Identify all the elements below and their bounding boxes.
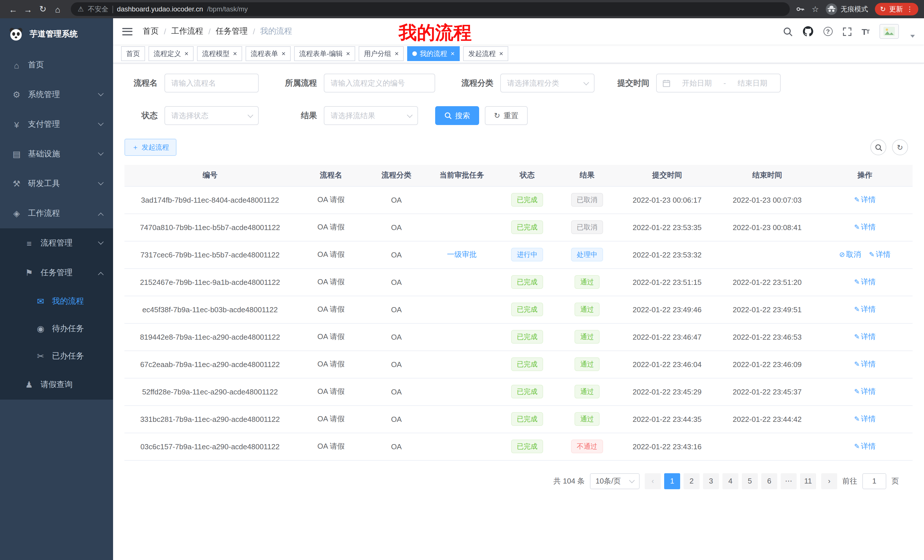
result-badge: 已取消	[571, 220, 603, 234]
status-select[interactable]	[165, 106, 259, 125]
browser-home-icon[interactable]: ⌂	[50, 2, 65, 16]
address-bar[interactable]: ⚠ 不安全 dashboard.yudao.iocoder.cn/bpm/tas…	[71, 2, 790, 16]
search-button[interactable]: 搜索	[435, 106, 479, 125]
search-icon[interactable]	[783, 27, 792, 36]
process-id-input[interactable]	[324, 73, 435, 93]
forward-icon[interactable]: →	[21, 2, 35, 16]
goto-page-input[interactable]	[862, 473, 886, 489]
hamburger-icon[interactable]	[122, 28, 132, 35]
prev-page-button[interactable]: ‹	[645, 473, 661, 489]
sidebar-item-workflow[interactable]: ◈工作流程	[0, 199, 113, 228]
edit-icon: ✎	[869, 251, 874, 259]
cell-current-task	[426, 405, 497, 433]
breadcrumb-item[interactable]: 首页	[143, 26, 159, 36]
detail-action[interactable]: ✎详情	[854, 332, 876, 341]
reset-button[interactable]: ↻ 重置	[485, 106, 528, 125]
status-badge: 进行中	[511, 248, 543, 262]
sidebar-item-label: 基础设施	[28, 149, 60, 159]
sidebar-item-label: 流程管理	[40, 238, 72, 248]
sidebar-item-home[interactable]: ⌂首页	[0, 50, 113, 80]
page-button[interactable]: 4	[722, 473, 738, 489]
page-button[interactable]: 1	[664, 473, 680, 489]
cancel-action[interactable]: ⊘取消	[839, 250, 861, 259]
show-search-button[interactable]	[870, 139, 886, 155]
close-icon[interactable]: ×	[184, 50, 189, 57]
tools-icon: ⚒	[10, 179, 23, 189]
detail-action[interactable]: ✎详情	[854, 387, 876, 395]
tab-process-form[interactable]: 流程表单×	[246, 46, 291, 61]
avatar[interactable]	[879, 24, 899, 39]
breadcrumb-item[interactable]: 任务管理	[216, 26, 248, 36]
detail-action[interactable]: ✎详情	[854, 415, 876, 423]
category-select[interactable]	[500, 73, 594, 93]
breadcrumb-item[interactable]: 工作流程	[171, 26, 203, 36]
close-icon[interactable]: ×	[394, 50, 399, 57]
sidebar-item-todo-task[interactable]: ◉待办任务	[0, 315, 113, 343]
tab-process-form-edit[interactable]: 流程表单-编辑×	[294, 46, 355, 61]
detail-action[interactable]: ✎详情	[854, 305, 876, 313]
sidebar-item-leave-query[interactable]: ♟请假查询	[0, 370, 113, 400]
avatar-caret-down-icon[interactable]	[910, 35, 915, 38]
tab-my-process[interactable]: 我的流程×	[407, 46, 460, 61]
result-select[interactable]	[324, 106, 418, 125]
tab-process-definition[interactable]: 流程定义×	[148, 46, 194, 61]
page-button[interactable]: 3	[703, 473, 719, 489]
page-button[interactable]: 5	[742, 473, 758, 489]
bookmark-star-icon[interactable]: ☆	[812, 4, 819, 14]
font-size-icon[interactable]: TT	[861, 27, 869, 36]
sidebar-item-my-process[interactable]: ✉我的流程	[0, 288, 113, 315]
calendar-icon	[663, 79, 670, 87]
status-badge: 已完成	[511, 193, 543, 207]
cell-category: OA	[366, 186, 426, 214]
github-icon[interactable]	[802, 26, 813, 36]
fullscreen-icon[interactable]	[843, 27, 851, 36]
detail-action[interactable]: ✎详情	[854, 277, 876, 286]
reload-icon[interactable]: ↻	[35, 2, 50, 16]
sidebar-item-done-task[interactable]: ✂已办任务	[0, 343, 113, 370]
main-content: 流程名 所属流程 流程分类 提交时间 开始日期 -	[113, 63, 924, 560]
refresh-button[interactable]: ↻	[892, 139, 908, 155]
pagination-ellipsis[interactable]: ⋯	[781, 473, 796, 489]
tab-process-model[interactable]: 流程模型×	[197, 46, 242, 61]
create-process-button[interactable]: ＋ 发起流程	[124, 139, 177, 156]
sidebar-item-task-mgmt[interactable]: ⚑任务管理	[0, 258, 113, 288]
page-size-select[interactable]: 10条/页	[590, 473, 640, 489]
page-button[interactable]: 6	[761, 473, 777, 489]
tab-start-process[interactable]: 发起流程×	[463, 46, 508, 61]
detail-action[interactable]: ✎详情	[854, 442, 876, 451]
cell-status: 已完成	[497, 405, 557, 433]
sidebar-item-payment-mgmt[interactable]: ¥支付管理	[0, 109, 113, 139]
sidebar-item-system-mgmt[interactable]: ⚙系统管理	[0, 80, 113, 109]
current-task-link[interactable]: 一级审批	[447, 250, 477, 259]
close-icon[interactable]: ×	[282, 50, 285, 57]
tab-home[interactable]: 首页	[121, 46, 145, 61]
detail-action[interactable]: ✎详情	[869, 250, 891, 259]
sidebar-item-dev-tools[interactable]: ⚒研发工具	[0, 169, 113, 199]
tab-user-group[interactable]: 用户分组×	[358, 46, 404, 61]
close-icon[interactable]: ×	[499, 50, 503, 57]
back-icon[interactable]: ←	[6, 2, 21, 16]
detail-action[interactable]: ✎详情	[854, 223, 876, 231]
process-name-input[interactable]	[165, 73, 259, 93]
cell-category: OA	[366, 296, 426, 323]
browser-menu-icon[interactable]: ⋮	[906, 5, 913, 13]
sidebar-item-process-mgmt[interactable]: ≡流程管理	[0, 228, 113, 258]
cell-end-time: 2022-01-22 23:44:42	[717, 405, 817, 433]
detail-action[interactable]: ✎详情	[854, 195, 876, 204]
help-icon[interactable]: ?	[823, 27, 832, 36]
app-title: 芋道管理系统	[30, 29, 78, 39]
next-page-button[interactable]: ›	[821, 473, 837, 489]
chevron-down-icon	[629, 478, 635, 483]
key-icon[interactable]	[796, 4, 805, 14]
page-button[interactable]: 11	[800, 473, 816, 489]
update-button[interactable]: ↻ 更新 ⋮	[875, 3, 918, 15]
close-icon[interactable]: ×	[233, 50, 237, 57]
status-badge: 已完成	[511, 302, 543, 316]
date-range-picker[interactable]: 开始日期 - 结束日期	[656, 73, 781, 93]
sidebar-item-infrastructure[interactable]: ▤基础设施	[0, 139, 113, 169]
close-icon[interactable]: ×	[346, 50, 350, 57]
close-icon[interactable]: ×	[451, 50, 454, 57]
page-button[interactable]: 2	[684, 473, 700, 489]
detail-action[interactable]: ✎详情	[854, 359, 876, 368]
result-badge: 不通过	[571, 440, 603, 453]
